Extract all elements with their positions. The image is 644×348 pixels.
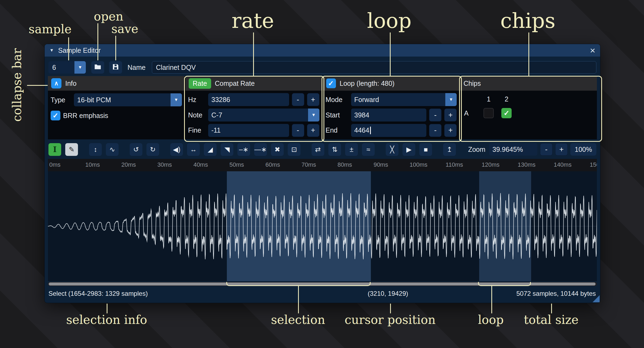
apply-silence-icon: —∗ [254, 146, 267, 153]
name-label: Name [128, 61, 146, 74]
trim-button[interactable]: ⊡ [288, 143, 300, 156]
zoom-in-button[interactable]: + [555, 143, 568, 156]
create-instrument-button[interactable]: ↥ [443, 143, 456, 156]
ruler-tick-label: 80ms [338, 161, 352, 168]
sample-name-input[interactable]: Clarinet DQV [152, 61, 596, 74]
loop-end-minus-button[interactable]: - [429, 124, 442, 137]
zoom-label: Zoom [468, 146, 485, 153]
fine-input[interactable]: -11 [208, 124, 289, 137]
zoom-input[interactable]: 39.9645% [489, 143, 537, 156]
chip-1-checkbox[interactable] [483, 108, 494, 118]
chips-col-1: 1 [483, 95, 494, 103]
stop-preview-button[interactable]: ■ [419, 143, 432, 156]
resize-icon: ↕ [94, 146, 97, 153]
sample-number-dropdown[interactable]: 6 ▼ [48, 61, 86, 74]
chips-column-headers: 1 2 [463, 93, 594, 105]
waveform-view[interactable] [48, 171, 597, 281]
sign-icon: ± [350, 146, 354, 153]
window-collapse-triangle-icon[interactable]: ▼ [50, 48, 54, 53]
annotation-loop-region-line [491, 286, 492, 313]
type-label: Type [51, 96, 71, 104]
fine-minus-button[interactable]: - [292, 124, 304, 137]
filter-button[interactable]: ≈ [362, 143, 375, 156]
annotation-loop-label: loop [367, 9, 411, 33]
loop-end-input[interactable]: 4464 [351, 124, 427, 137]
hz-input[interactable]: 33286 [208, 93, 289, 106]
note-value: C-7 [208, 109, 308, 122]
loop-mode-dropdown[interactable]: Forward ▼ [351, 93, 457, 106]
loop-end-plus-button[interactable]: + [444, 124, 457, 137]
undo-button[interactable]: ↺ [130, 143, 142, 156]
loop-enabled-checkbox[interactable] [326, 78, 336, 88]
ruler-tick-label: 30ms [157, 161, 172, 168]
ruler-tick-label: 70ms [302, 161, 316, 168]
resample-button[interactable]: ∿ [106, 143, 119, 156]
chip-2-checkbox[interactable] [501, 108, 512, 118]
fine-plus-button[interactable]: + [307, 124, 319, 137]
loop-start-plus-button[interactable]: + [444, 109, 457, 122]
note-label: Note [188, 111, 205, 119]
chips-col-2: 2 [501, 95, 512, 103]
rate-badge-button[interactable]: Rate [189, 78, 211, 89]
annotation-collapse-bar-line [27, 85, 48, 86]
annotation-sample-line [68, 37, 69, 60]
hz-minus-button[interactable]: - [292, 93, 304, 106]
chevron-down-icon[interactable]: ▼ [445, 93, 457, 106]
fade-out-button[interactable]: ◥ [221, 143, 233, 156]
pencil-icon: ✎ [69, 146, 74, 153]
panels-row: ∧ Info Type 16-bit PCM ▼ BRR emphasis [48, 76, 597, 139]
redo-button[interactable]: ↻ [146, 143, 159, 156]
rate-panel: Rate Compat Rate Hz 33286 - + Note C-7 [185, 76, 322, 139]
select-tool-button[interactable]: I [48, 143, 61, 156]
reverse-button[interactable]: ⇄ [312, 143, 324, 156]
annotation-selection-info-label: selection info [66, 313, 147, 327]
open-sample-button[interactable] [91, 61, 104, 74]
ruler-tick-label: 130ms [518, 161, 535, 168]
annotation-rate-label: rate [231, 9, 274, 33]
amplify-button[interactable]: ◀) [170, 143, 183, 156]
annotation-collapse-bar-label: collapse bar [10, 48, 24, 122]
insert-silence-button[interactable]: –∗ [237, 143, 250, 156]
normalize-button[interactable]: ↔ [187, 143, 200, 156]
resize-grip[interactable] [593, 295, 600, 302]
delete-button[interactable]: ✖ [271, 143, 284, 156]
chevron-down-icon[interactable]: ▼ [171, 93, 182, 106]
ruler-tick-label: 140ms [554, 161, 571, 168]
status-bar: Select (1654-2983: 1329 samples) (3210, … [45, 287, 600, 303]
hz-plus-button[interactable]: + [307, 93, 319, 106]
undo-icon: ↺ [133, 146, 139, 153]
annotation-loop-line [390, 32, 391, 76]
chevron-down-icon[interactable]: ▼ [308, 109, 319, 122]
zoom-reset-button[interactable]: 100% [570, 143, 596, 156]
sample-type-dropdown[interactable]: 16-bit PCM ▼ [74, 93, 182, 106]
note-dropdown[interactable]: C-7 ▼ [208, 109, 319, 122]
apply-silence-button[interactable]: —∗ [254, 143, 267, 156]
loop-start-input[interactable]: 3984 [351, 109, 427, 122]
sample-editor-window: ▼ Sample Editor × 6 ▼ Name Clarinet DQV … [44, 44, 600, 303]
loop-start-minus-button[interactable]: - [429, 109, 442, 122]
sign-button[interactable]: ± [345, 143, 358, 156]
draw-tool-button[interactable]: ✎ [65, 143, 78, 156]
resample-icon: ∿ [109, 146, 115, 153]
crossfade-button[interactable]: ╳ [386, 143, 398, 156]
waveform-canvas[interactable] [48, 171, 597, 281]
save-sample-button[interactable] [109, 61, 122, 74]
collapse-bar-chevron-icon[interactable]: ∧ [51, 78, 61, 88]
preview-button[interactable]: ▶ [403, 143, 415, 156]
zoom-out-button[interactable]: - [540, 143, 553, 156]
hz-label: Hz [188, 96, 205, 104]
chevron-down-icon[interactable]: ▼ [74, 61, 86, 74]
ruler-tick-label: 60ms [266, 161, 280, 168]
normalize-icon: ↔ [190, 146, 197, 153]
floppy-save-icon [112, 63, 120, 72]
invert-button[interactable]: ⇅ [328, 143, 341, 156]
resize-button[interactable]: ↕ [89, 143, 102, 156]
title-bar[interactable]: ▼ Sample Editor × [45, 44, 600, 57]
loop-end-label: End [326, 126, 348, 134]
brr-emphasis-checkbox[interactable] [51, 111, 60, 120]
fade-in-button[interactable]: ◢ [204, 143, 217, 156]
annotation-open-line [97, 23, 98, 60]
time-ruler[interactable]: 0ms10ms20ms30ms40ms50ms60ms70ms80ms90ms1… [48, 159, 597, 171]
close-icon[interactable]: × [590, 46, 595, 55]
loop-panel: Loop (length: 480) Mode Forward ▼ Start … [323, 76, 460, 139]
